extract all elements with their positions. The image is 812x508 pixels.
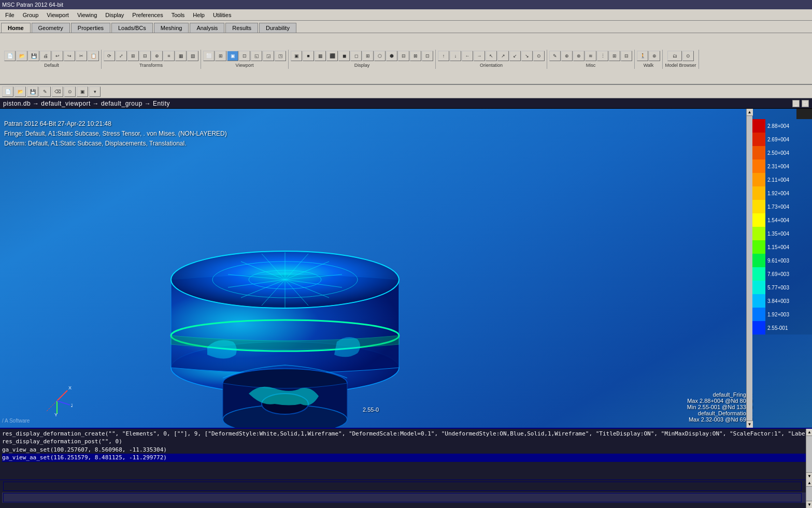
menu-help[interactable]: Help	[189, 11, 209, 19]
title-text: MSC Patran 2012 64-bit	[2, 2, 63, 8]
qa-pencil[interactable]: ✎	[39, 86, 51, 97]
scroll-up-btn[interactable]: ▲	[747, 109, 753, 116]
menu-group[interactable]: Group	[19, 11, 43, 19]
shaded-btn[interactable]: ■	[303, 51, 314, 61]
model-browser-btn[interactable]: 🗂	[667, 51, 682, 61]
hidden-btn[interactable]: ▦	[315, 51, 326, 61]
pathbar-max-btn[interactable]: □	[802, 100, 809, 107]
display10[interactable]: ⊟	[398, 51, 409, 61]
vp2-btn[interactable]: ⊞	[215, 51, 226, 61]
new-btn[interactable]: 📄	[4, 51, 16, 61]
vp7-btn[interactable]: ◳	[275, 51, 286, 61]
output-scroll-down[interactable]: ▼	[806, 472, 812, 480]
qa-node[interactable]: ⊙	[64, 86, 76, 97]
orient7[interactable]: ↙	[509, 51, 521, 61]
walk-btn[interactable]: 🚶	[637, 51, 648, 61]
qa-eraser[interactable]: ⌫	[52, 86, 63, 97]
orient6[interactable]: ↗	[497, 51, 509, 61]
menu-viewport[interactable]: Viewport	[42, 11, 73, 19]
output-area[interactable]: res_display_deformation_create("", "Elem…	[0, 428, 812, 480]
model-value-label: 2.55-0	[363, 407, 379, 413]
menu-file[interactable]: File	[1, 11, 19, 19]
misc2[interactable]: ⊕	[561, 51, 573, 61]
misc4[interactable]: ≋	[585, 51, 596, 61]
qa-new[interactable]: 📄	[2, 86, 13, 97]
qa-more[interactable]: ▾	[89, 86, 101, 97]
cmd-scrollbar[interactable]: ▲ ▼	[806, 480, 812, 508]
orient3[interactable]: ←	[462, 51, 473, 61]
align-btn[interactable]: ≡	[163, 51, 175, 61]
group-label-display: Display	[354, 63, 370, 68]
orient2[interactable]: ↓	[450, 51, 461, 61]
orient9[interactable]: ⊙	[533, 51, 545, 61]
display11[interactable]: ⊠	[410, 51, 421, 61]
menu-utilities[interactable]: Utilities	[209, 11, 235, 19]
qa-open[interactable]: 📂	[15, 86, 26, 97]
cmd-scroll-down[interactable]: ▼	[806, 501, 812, 508]
cut-btn[interactable]: ✂	[76, 51, 87, 61]
cmd-scroll-up[interactable]: ▲	[806, 480, 812, 487]
display6[interactable]: ◻	[350, 51, 362, 61]
menu-preferences[interactable]: Preferences	[128, 11, 167, 19]
misc5[interactable]: ⋮	[597, 51, 608, 61]
scale-btn[interactable]: ⊞	[127, 51, 139, 61]
orient5[interactable]: ↖	[486, 51, 497, 61]
tab-geometry[interactable]: Geometry	[32, 23, 70, 33]
orient8[interactable]: ↘	[521, 51, 533, 61]
print-btn[interactable]: 🖨	[40, 51, 51, 61]
smooth-btn[interactable]: ⬛	[326, 51, 338, 61]
display7[interactable]: ⊞	[362, 51, 374, 61]
mb2-btn[interactable]: ⊙	[682, 51, 694, 61]
tab-meshing[interactable]: Meshing	[154, 23, 189, 33]
paste-btn[interactable]: 📋	[88, 51, 99, 61]
tab-analysis[interactable]: Analysis	[190, 23, 224, 33]
output-scroll-up[interactable]: ▲	[806, 429, 812, 436]
cmd-input-area2[interactable]	[3, 493, 802, 502]
qa-element[interactable]: ▣	[77, 86, 88, 97]
misc3[interactable]: ⊗	[573, 51, 585, 61]
tab-properties[interactable]: Properties	[71, 23, 110, 33]
qa-save[interactable]: 💾	[27, 86, 38, 97]
open-btn[interactable]: 📂	[16, 51, 27, 61]
display9[interactable]: ⬢	[386, 51, 397, 61]
translate-btn[interactable]: ⤢	[116, 51, 127, 61]
output-scrollbar[interactable]: ▲ ▼	[806, 429, 812, 480]
walk2-btn[interactable]: ⊕	[649, 51, 660, 61]
display12[interactable]: ⊡	[422, 51, 433, 61]
tab-results[interactable]: Results	[225, 23, 258, 33]
menu-viewing[interactable]: Viewing	[73, 11, 101, 19]
display8[interactable]: ⬡	[374, 51, 386, 61]
misc7[interactable]: ⊟	[621, 51, 632, 61]
vp4-btn[interactable]: ⊡	[239, 51, 250, 61]
legend-item-6: 1.73+004	[752, 200, 812, 213]
menu-display[interactable]: Display	[101, 11, 128, 19]
cmd-input-area[interactable]	[3, 482, 802, 491]
scroll-down-btn[interactable]: ▼	[747, 420, 753, 428]
legend-item-5: 1.92+004	[752, 186, 812, 200]
orient1[interactable]: ↑	[438, 51, 449, 61]
misc1[interactable]: ✎	[549, 51, 561, 61]
wireframe-btn[interactable]: ▣	[291, 51, 302, 61]
tab-durability[interactable]: Durability	[259, 23, 296, 33]
undo-btn[interactable]: ↩	[52, 51, 63, 61]
tab-loads-bcs[interactable]: Loads/BCs	[111, 23, 153, 33]
misc6[interactable]: ⊞	[609, 51, 620, 61]
menu-tools[interactable]: Tools	[167, 11, 189, 19]
vp5-btn[interactable]: ◱	[251, 51, 262, 61]
vp1-btn[interactable]: ⬜	[203, 51, 215, 61]
redo-btn[interactable]: ↪	[64, 51, 75, 61]
ungroup-btn[interactable]: ▧	[187, 51, 198, 61]
save-btn[interactable]: 💾	[28, 51, 39, 61]
orient4[interactable]: →	[474, 51, 485, 61]
tab-home[interactable]: Home	[1, 23, 31, 33]
rotate-btn[interactable]: ⟳	[104, 51, 115, 61]
snap-btn[interactable]: ⊕	[151, 51, 163, 61]
pathbar-min-btn[interactable]: _	[792, 100, 800, 107]
group-btn[interactable]: ▦	[175, 51, 187, 61]
vp3-btn[interactable]: ▣	[227, 51, 238, 61]
vp6-btn[interactable]: ◲	[263, 51, 274, 61]
viewport-scrollbar[interactable]: ▲ ▼	[746, 109, 752, 428]
display5[interactable]: ◼	[338, 51, 350, 61]
color-legend: 2.88+004 2.69+004 2.50+004 2.31+004 2.11…	[752, 109, 812, 335]
mirror-btn[interactable]: ⊟	[139, 51, 151, 61]
